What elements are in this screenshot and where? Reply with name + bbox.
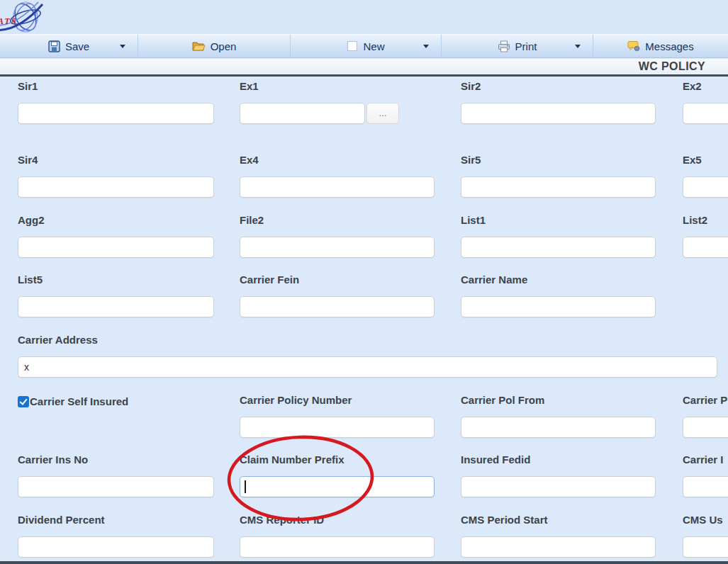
cms-period-start-input[interactable] [461,536,656,558]
ex4-label: Ex4 [240,154,435,169]
insured-fedid-label: Insured Fedid [461,453,656,469]
field-claim-number-prefix: Claim Number Prefix [240,453,435,497]
field-ex2: Ex2 [683,80,728,124]
new-label: New [363,40,384,52]
carrier-policy-number-input[interactable] [240,417,435,438]
ex2-input[interactable] [683,103,728,124]
field-dividend-percent: Dividend Percent [18,514,214,558]
field-carrier-name: Carrier Name [461,273,656,317]
field-carrier-pol-partial: Carrier P [683,394,728,438]
field-carrier-address: Carrier Address [18,334,214,378]
cms-partial-input[interactable] [683,536,728,558]
cms-reporter-id-input[interactable] [240,536,435,558]
new-document-icon [347,40,358,52]
carrier-pol-from-input[interactable] [461,417,656,438]
cms-period-start-label: CMS Period Start [461,514,656,529]
new-dropdown-arrow-icon[interactable] [423,45,429,48]
field-ex4: Ex4 [240,154,435,198]
open-label: Open [211,40,237,52]
dividend-percent-label: Dividend Percent [18,514,214,529]
insured-fedid-input[interactable] [461,476,656,497]
field-sir5: Sir5 [461,154,656,198]
claim-number-prefix-input[interactable] [240,476,435,497]
list5-input[interactable] [18,296,214,317]
print-label: Print [515,40,537,52]
new-button[interactable]: New [291,35,442,57]
list5-label: List5 [18,273,214,289]
page-title: WC POLICY [639,60,705,73]
bottom-divider [0,561,728,564]
sir2-input[interactable] [461,103,656,124]
field-cms-period-start: CMS Period Start [461,514,656,558]
ex4-input[interactable] [240,176,435,198]
sir4-label: Sir4 [18,154,214,169]
carrier-fein-input[interactable] [240,296,435,317]
sir4-input[interactable] [18,176,214,198]
field-list5: List5 [18,273,214,317]
carrier-ins-no-label: Carrier Ins No [18,453,214,469]
sir2-label: Sir2 [461,80,656,96]
claim-number-prefix-label: Claim Number Prefix [240,453,435,469]
ats-logo-icon: ATS [0,1,45,34]
header-divider [0,74,728,77]
title-bar: WC POLICY [0,59,728,74]
field-sir4: Sir4 [18,154,214,198]
save-button[interactable]: Save [0,35,138,57]
carrier-ins-no-input[interactable] [18,476,214,497]
field-carrier-partial2: Carrier I [683,453,728,497]
field-cms-partial: CMS Us [683,514,728,558]
file2-input[interactable] [240,237,435,258]
carrier-pol-partial-input[interactable] [683,417,728,438]
list2-input[interactable] [683,237,728,258]
open-button[interactable]: Open [138,35,291,57]
cms-reporter-id-label: CMS Reporter ID [240,514,435,529]
field-ex5: Ex5 [683,154,728,198]
ex5-input[interactable] [683,176,728,198]
text-cursor [245,480,246,493]
field-agg2: Agg2 [18,214,214,258]
ex1-label: Ex1 [240,80,435,96]
svg-text:ATS: ATS [0,16,17,26]
sir5-input[interactable] [461,176,656,198]
field-list1: List1 [461,214,656,258]
list2-label: List2 [683,214,728,230]
carrier-partial2-input[interactable] [683,476,728,497]
carrier-self-insured-checkbox[interactable] [18,396,29,407]
list1-label: List1 [461,214,656,230]
sir1-input[interactable] [18,103,214,124]
carrier-policy-number-label: Carrier Policy Number [240,394,435,410]
field-carrier-self-insured: Carrier Self Insured [18,394,214,407]
print-icon [498,40,510,52]
agg2-input[interactable] [18,237,214,258]
field-sir1: Sir1 [18,80,214,124]
carrier-address-label: Carrier Address [18,334,214,349]
list1-input[interactable] [461,237,656,258]
dividend-percent-input[interactable] [18,536,214,558]
sir1-label: Sir1 [18,80,214,96]
field-insured-fedid: Insured Fedid [461,453,656,497]
carrier-pol-from-label: Carrier Pol From [461,394,656,410]
print-dropdown-arrow-icon[interactable] [575,45,581,48]
field-carrier-pol-from: Carrier Pol From [461,394,656,438]
print-button[interactable]: Print [442,35,593,57]
ex1-input[interactable] [240,103,365,124]
field-cms-reporter-id: CMS Reporter ID [240,514,435,558]
save-icon [48,40,60,52]
messages-icon [627,40,640,52]
sir5-label: Sir5 [461,154,656,169]
ex1-browse-button[interactable]: ... [366,103,399,124]
open-folder-icon [192,40,206,52]
field-sir2: Sir2 [461,80,656,124]
carrier-name-input[interactable] [461,296,656,317]
carrier-address-input[interactable] [18,356,717,378]
carrier-pol-partial-label: Carrier P [683,394,728,410]
agg2-label: Agg2 [18,214,214,230]
file2-label: File2 [240,214,435,230]
field-carrier-policy-number: Carrier Policy Number [240,394,435,438]
cms-partial-label: CMS Us [683,514,728,529]
wc-policy-form-window: { "logo": { "text": "ATS" }, "toolbar": … [0,0,728,564]
carrier-partial2-label: Carrier I [683,453,728,469]
messages-button[interactable]: Messages [593,35,728,57]
field-file2: File2 [240,214,435,258]
save-dropdown-arrow-icon[interactable] [120,45,125,48]
